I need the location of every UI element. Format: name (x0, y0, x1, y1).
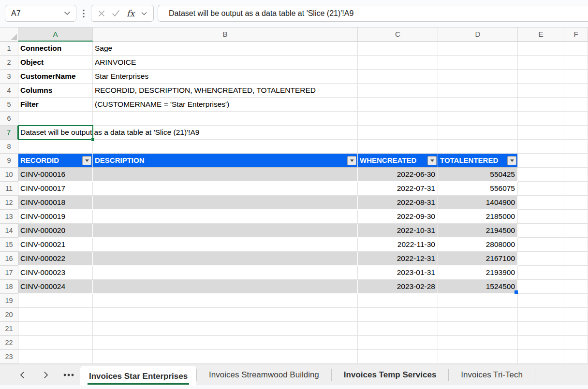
cell-F10[interactable] (564, 168, 588, 182)
row-header-17[interactable]: 17 (0, 266, 18, 280)
cell-D14[interactable]: 2194500 (438, 224, 518, 238)
sheet-tab-invoices-streamwood-building[interactable]: Invoices Streamwood Building (197, 364, 331, 386)
row-header-23[interactable]: 23 (0, 350, 18, 364)
cell-F20[interactable] (564, 308, 588, 322)
cell-C1[interactable] (358, 42, 438, 56)
sheet-tab-invoices-star-enterprises[interactable]: Invoices Star Enterprises (80, 366, 196, 386)
cell-C2[interactable] (358, 56, 438, 70)
cell-A18[interactable]: CINV-000024 (18, 280, 93, 294)
cell-A20[interactable] (18, 308, 93, 322)
cell-E8[interactable] (518, 140, 564, 154)
cell-C20[interactable] (358, 308, 438, 322)
cell-E18[interactable] (518, 280, 564, 294)
cell-D2[interactable] (438, 56, 518, 70)
cell-B17[interactable] (93, 266, 358, 280)
cell-C4[interactable] (358, 84, 438, 98)
fx-chevron-down-icon[interactable] (141, 12, 147, 15)
cell-B22[interactable] (93, 336, 358, 350)
row-header-18[interactable]: 18 (0, 280, 18, 294)
cell-F18[interactable] (564, 280, 588, 294)
filter-button-recordid[interactable] (82, 156, 91, 165)
cell-B3[interactable]: Star Enterprises (93, 70, 358, 84)
confirm-icon[interactable] (112, 10, 120, 17)
cell-C8[interactable] (358, 140, 438, 154)
cell-A22[interactable] (18, 336, 93, 350)
sheet-tab-invoices-temp-services[interactable]: Invoices Temp Services (332, 364, 449, 386)
cell-B14[interactable] (93, 224, 358, 238)
cell-B4[interactable]: RECORDID, DESCRIPTION, WHENCREATED, TOTA… (93, 84, 358, 98)
cell-D6[interactable] (438, 112, 518, 126)
cell-C19[interactable] (358, 294, 438, 308)
cell-B16[interactable] (93, 252, 358, 266)
cell-D7[interactable] (438, 126, 518, 140)
all-sheets-button[interactable] (57, 364, 80, 386)
cell-D10[interactable]: 550425 (438, 168, 518, 182)
cell-E11[interactable] (518, 182, 564, 196)
cell-A1[interactable]: Connection (18, 42, 93, 56)
cell-A8[interactable] (18, 140, 93, 154)
select-all-corner[interactable] (0, 28, 18, 42)
cell-D20[interactable] (438, 308, 518, 322)
row-header-11[interactable]: 11 (0, 182, 18, 196)
cell-E15[interactable] (518, 238, 564, 252)
cell-F16[interactable] (564, 252, 588, 266)
table-header-description[interactable]: DESCRIPTION (93, 154, 358, 168)
cell-A10[interactable]: CINV-000016 (18, 168, 93, 182)
cell-D3[interactable] (438, 70, 518, 84)
cell-B11[interactable] (93, 182, 358, 196)
cell-C16[interactable]: 2022-12-31 (358, 252, 438, 266)
cell-A21[interactable] (18, 322, 93, 336)
cell-D19[interactable] (438, 294, 518, 308)
cell-A6[interactable] (18, 112, 93, 126)
cell-A16[interactable]: CINV-000022 (18, 252, 93, 266)
cell-C3[interactable] (358, 70, 438, 84)
cell-B5[interactable]: (CUSTOMERNAME = 'Star Enterprises') (93, 98, 358, 112)
cell-B6[interactable] (93, 112, 358, 126)
cell-F9[interactable] (564, 154, 588, 168)
next-sheet-button[interactable] (34, 364, 57, 386)
cell-E4[interactable] (518, 84, 564, 98)
cell-F19[interactable] (564, 294, 588, 308)
row-header-6[interactable]: 6 (0, 112, 18, 126)
cell-C14[interactable]: 2022-10-31 (358, 224, 438, 238)
cell-A15[interactable]: CINV-000021 (18, 238, 93, 252)
cell-C12[interactable]: 2022-08-31 (358, 196, 438, 210)
cell-C23[interactable] (358, 350, 438, 364)
cell-D4[interactable] (438, 84, 518, 98)
row-header-7[interactable]: 7 (0, 126, 18, 140)
cell-D1[interactable] (438, 42, 518, 56)
cell-D8[interactable] (438, 140, 518, 154)
cell-A4[interactable]: Columns (18, 84, 93, 98)
cell-F22[interactable] (564, 336, 588, 350)
cell-E10[interactable] (518, 168, 564, 182)
cell-F6[interactable] (564, 112, 588, 126)
cell-D23[interactable] (438, 350, 518, 364)
cell-F12[interactable] (564, 196, 588, 210)
cell-F2[interactable] (564, 56, 588, 70)
cell-A11[interactable]: CINV-000017 (18, 182, 93, 196)
cell-E1[interactable] (518, 42, 564, 56)
row-header-4[interactable]: 4 (0, 84, 18, 98)
cancel-icon[interactable] (98, 10, 105, 17)
cell-C17[interactable]: 2023-01-31 (358, 266, 438, 280)
cell-D15[interactable]: 2808000 (438, 238, 518, 252)
cell-E9[interactable] (518, 154, 564, 168)
cell-B15[interactable] (93, 238, 358, 252)
cell-D13[interactable]: 2185000 (438, 210, 518, 224)
insert-function-icon[interactable]: fx (127, 8, 135, 18)
cell-E13[interactable] (518, 210, 564, 224)
cell-A19[interactable] (18, 294, 93, 308)
cell-B18[interactable] (93, 280, 358, 294)
cell-A12[interactable]: CINV-000018 (18, 196, 93, 210)
cell-F5[interactable] (564, 98, 588, 112)
cell-F8[interactable] (564, 140, 588, 154)
cell-E5[interactable] (518, 98, 564, 112)
row-header-9[interactable]: 9 (0, 154, 18, 168)
row-header-16[interactable]: 16 (0, 252, 18, 266)
spreadsheet-grid[interactable]: ABCDEF1ConnectionSage2ObjectARINVOICE3Cu… (0, 28, 588, 364)
cell-C15[interactable]: 2022-11-30 (358, 238, 438, 252)
row-header-5[interactable]: 5 (0, 98, 18, 112)
cell-E3[interactable] (518, 70, 564, 84)
cell-E6[interactable] (518, 112, 564, 126)
cell-D16[interactable]: 2167100 (438, 252, 518, 266)
